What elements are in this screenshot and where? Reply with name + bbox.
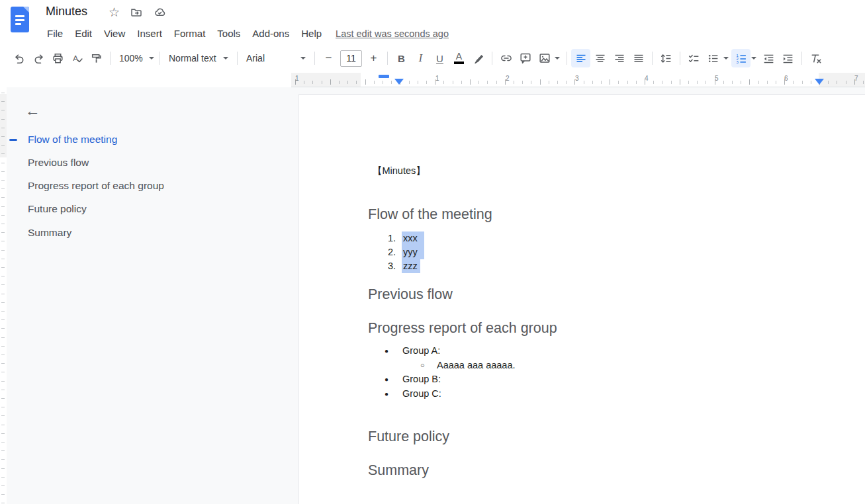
increase-font-size-button[interactable]: + [364,49,383,67]
spellcheck-button[interactable]: A [68,49,87,67]
checklist-icon [688,52,700,65]
menu-help[interactable]: Help [295,26,328,41]
paint-format-icon [90,52,103,65]
ruler-number: 7 [854,75,858,82]
outline-item-progress-report[interactable]: Progress report of each group [28,180,164,192]
docs-logo-icon[interactable] [11,7,29,32]
right-indent-marker[interactable] [815,79,824,85]
bulleted-list-icon [707,52,719,65]
last-edit-link[interactable]: Last edit was seconds ago [336,28,449,39]
underline-button[interactable]: U [430,49,449,67]
toolbar: A 100% Normal text Arial − 11 + [0,44,865,73]
close-outline-button[interactable]: ← [21,99,44,122]
left-indent-marker[interactable] [394,79,404,85]
text-color-button[interactable]: A [449,49,469,67]
outline-item-summary[interactable]: Summary [28,227,71,239]
selected-text[interactable]: yyy [402,245,424,259]
decrease-indent-button[interactable] [759,49,778,67]
numbered-list-options-caret[interactable] [751,57,756,60]
menu-addons[interactable]: Add-ons [246,26,295,41]
move-folder-icon[interactable] [130,6,143,19]
vertical-ruler[interactable] [0,87,7,504]
first-line-indent-marker[interactable] [379,75,389,78]
selected-text[interactable]: xxx [402,231,424,245]
line-spacing-icon [660,52,672,65]
bulleted-list-button[interactable] [704,49,723,67]
numbered-list-icon: 1 2 3 [735,52,747,65]
doc-heading-progress-report[interactable]: Progress report of each group [368,320,557,337]
outline-item-flow-of-the-meeting[interactable]: Flow of the meeting [28,134,117,146]
justify-button[interactable] [629,49,648,67]
outline-item-future-policy[interactable]: Future policy [28,203,87,215]
list-number: 2. [377,245,396,259]
numbered-list-button[interactable]: 1 2 3 [731,49,751,67]
main-area: ← Flow of the meeting Previous flow Prog… [0,87,865,504]
print-button[interactable] [48,49,68,67]
insert-link-button[interactable] [496,49,516,67]
image-icon [538,52,551,65]
decrease-font-size-button[interactable]: − [319,49,338,67]
align-left-icon [575,52,587,64]
add-comment-button[interactable] [516,49,535,67]
list-number: 1. [377,231,396,245]
bold-button[interactable]: B [392,49,411,67]
document-page[interactable]: 【Minutes】 Flow of the meeting 1. xxx 2. … [298,94,865,504]
numbered-list-item[interactable]: 3. zzz [298,259,865,273]
document-title[interactable]: Minutes [46,5,87,19]
insert-image-button[interactable] [535,49,554,67]
undo-button[interactable] [10,49,29,67]
doc-kicker-line[interactable]: 【Minutes】 [373,165,426,177]
paragraph-style-dropdown[interactable]: Normal text [164,49,233,67]
align-right-button[interactable] [610,49,629,67]
chevron-down-icon [300,57,306,60]
comment-icon [519,52,532,65]
doc-heading-previous-flow[interactable]: Previous flow [368,286,453,303]
menubar: File Edit View Insert Format Tools Add-o… [41,26,449,41]
font-family-value: Arial [246,53,265,63]
star-icon[interactable]: ☆ [109,6,120,19]
bulleted-list-options-caret[interactable] [723,57,729,60]
doc-heading-summary[interactable]: Summary [368,462,429,479]
paragraph-style-value: Normal text [169,53,216,63]
chevron-down-icon [149,57,154,60]
font-size-input[interactable]: 11 [340,50,362,67]
line-spacing-button[interactable] [657,49,676,67]
redo-button[interactable] [29,49,48,67]
increase-indent-button[interactable] [778,49,797,67]
numbered-list-item[interactable]: 2. yyy [298,245,865,259]
outline-panel: ← Flow of the meeting Previous flow Prog… [7,87,298,504]
titlebar: Minutes ☆ File Edit View Insert Format [0,0,865,44]
highlight-color-button[interactable] [469,49,488,67]
italic-button[interactable]: I [411,49,430,67]
doc-heading-flow-of-the-meeting[interactable]: Flow of the meeting [368,206,492,223]
outline-item-previous-flow[interactable]: Previous flow [28,157,89,169]
align-center-button[interactable] [590,49,610,67]
menu-edit[interactable]: Edit [69,26,98,41]
align-left-button[interactable] [571,49,590,67]
bullet-list-item[interactable]: ● Group A: [298,344,865,358]
menu-tools[interactable]: Tools [211,26,246,41]
bullet-list-item[interactable]: ● Group C: [298,387,865,401]
font-family-dropdown[interactable]: Arial [242,49,310,67]
checklist-button[interactable] [684,49,704,67]
google-docs-app: Minutes ☆ File Edit View Insert Format [0,0,865,504]
selected-text[interactable]: zzz [402,259,420,273]
menu-view[interactable]: View [98,26,131,41]
horizontal-ruler[interactable]: 1 1 2 3 4 5 6 7 [291,73,865,87]
ruler-number: 3 [575,75,579,82]
menu-format[interactable]: Format [168,26,212,41]
menu-file[interactable]: File [41,26,69,41]
bullet-list-subitem[interactable]: ○ Aaaaa aaa aaaaa. [298,358,865,372]
doc-heading-future-policy[interactable]: Future policy [368,429,449,445]
bullet-list-item[interactable]: ● Group B: [298,372,865,386]
clear-formatting-button[interactable] [806,49,825,67]
zoom-dropdown[interactable]: 100% [114,49,156,67]
paint-format-button[interactable] [87,49,106,67]
image-options-caret[interactable] [555,57,560,60]
ruler-number: 1 [435,75,439,82]
numbered-list-item[interactable]: 1. xxx [298,231,865,245]
cloud-saved-icon[interactable] [153,6,167,19]
ruler-left-margin [291,73,361,87]
menu-insert[interactable]: Insert [131,26,168,41]
justify-icon [633,52,645,64]
